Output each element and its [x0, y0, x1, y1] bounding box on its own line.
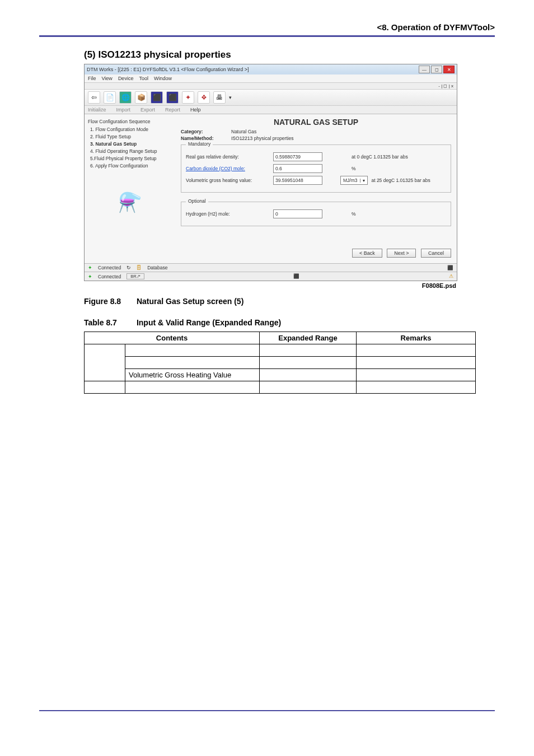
menu-window[interactable]: Window [154, 76, 172, 81]
h2-unit: % [352, 211, 356, 217]
figure-label: Figure 8.8 [84, 297, 134, 306]
tab-export[interactable]: Export [140, 107, 155, 113]
menu-tool[interactable]: Tool [139, 76, 148, 81]
cell-content [125, 357, 260, 369]
connected-icon: ✦ [88, 265, 92, 270]
category-value: Natural Gas [231, 129, 256, 134]
cell-remarks [357, 344, 476, 357]
step-5[interactable]: 5.Fluid Physical Property Setup [90, 156, 172, 161]
wizard-buttons: < Back Next > Cancel [181, 249, 451, 258]
cell-range [260, 381, 357, 394]
tool-icon-1[interactable]: ⬛ [151, 91, 163, 104]
step-3[interactable]: 3. Natural Gas Setup [90, 141, 172, 147]
status-mid-icon: ⬛ [293, 273, 299, 279]
status-bar-2: ✦ Connected BR./* ⬛ ⚠ [85, 272, 457, 281]
close-button[interactable]: ✕ [443, 66, 455, 73]
refresh-icon[interactable]: ↻ [127, 265, 131, 270]
box-icon[interactable]: 📦 [135, 91, 147, 104]
wizard-icon-1[interactable]: ✦ [182, 91, 194, 104]
wizard-main: NATURAL GAS SETUP Category: Natural Gas … [175, 114, 457, 263]
print-icon[interactable]: 🖶 [213, 91, 226, 104]
heating-unit-value: MJ/m3 [341, 178, 360, 183]
menu-bar: File View Device Tool Window [85, 74, 457, 82]
section-title: (5) ISO12213 physical properties [84, 49, 495, 60]
title-bar: DTM Works - [(225 : E1) DYFSoftDL V3.1 <… [85, 64, 457, 74]
table-caption: Table 8.7 Input & Valid Range (Expanded … [84, 318, 456, 327]
window-title: DTM Works - [(225 : E1) DYFSoftDL V3.1 <… [87, 67, 249, 72]
menu-file[interactable]: File [88, 76, 96, 81]
doc-icon[interactable]: 📄 [104, 91, 116, 104]
tab-import[interactable]: Import [116, 107, 131, 113]
density-input[interactable]: 0.59880739 [273, 152, 322, 161]
mdi-controls[interactable]: - | ◻ | x [85, 82, 457, 90]
table-row [85, 357, 476, 369]
cell-group [85, 344, 125, 381]
heating-input[interactable]: 39.59951048 [273, 176, 322, 185]
h2-input[interactable]: 0 [273, 209, 322, 218]
th-range: Expanded Range [260, 332, 357, 344]
menu-view[interactable]: View [102, 76, 113, 81]
warning-icon: ⚠ [449, 273, 453, 279]
cell-range [260, 357, 357, 369]
step-2[interactable]: 2. Fluid Type Setup [90, 134, 172, 139]
heating-label: Volumetric gross heating value: [186, 178, 270, 183]
table-label: Table 8.7 [84, 318, 134, 327]
tab-report[interactable]: Report [165, 107, 180, 113]
tab-initialize[interactable]: Initialize [88, 107, 106, 113]
cell-remarks [357, 357, 476, 369]
br-badge: BR./* [127, 273, 144, 279]
row-heating: Volumetric gross heating value: 39.59951… [186, 176, 446, 185]
co2-input[interactable]: 0.6 [273, 164, 322, 173]
back-icon[interactable]: ⇦ [88, 91, 100, 104]
max-button[interactable]: ◻ [431, 66, 442, 73]
step-1[interactable]: 1. Flow Configuration Mode [90, 127, 172, 132]
heating-condition: at 25 degC 1.01325 bar abs [371, 178, 430, 183]
range-table: Contents Expanded Range Remarks [84, 332, 476, 394]
wizard-title: NATURAL GAS SETUP [181, 118, 451, 127]
globe-icon[interactable]: 🌐 [119, 91, 132, 104]
optional-legend: Optional [186, 198, 208, 204]
back-button[interactable]: < Back [352, 249, 382, 258]
row-co2: Carbon dioxide (CO2) mole: 0.6 % [186, 164, 446, 173]
cell-range [260, 369, 357, 381]
chevron-down-icon: ▼ [360, 179, 368, 183]
density-label: Real gas relative density: [186, 154, 270, 160]
category-row: Category: Natural Gas [181, 129, 451, 134]
method-label: Name/Method: [181, 136, 231, 141]
h2-label: Hydrogen (H2) mole: [186, 211, 270, 217]
figure-caption: Figure 8.8 Natural Gas Setup screen (5) [84, 297, 456, 306]
step-6[interactable]: 6. Apply Flow Configuration [90, 163, 172, 169]
table-caption-text: Input & Valid Range (Expanded Range) [137, 318, 281, 327]
next-button[interactable]: Next > [387, 249, 416, 258]
database-text: Database [147, 265, 167, 270]
figure-caption-text: Natural Gas Setup screen (5) [137, 297, 243, 306]
wizard-icon-2[interactable]: ❖ [198, 91, 210, 104]
density-condition: at 0 degC 1.01325 bar abs [352, 154, 408, 160]
co2-unit: % [352, 166, 356, 171]
cell-group [85, 381, 125, 394]
table-row [85, 381, 476, 394]
connected-text-2: Connected [98, 274, 121, 279]
step-4[interactable]: 4. Fluid Operating Range Setup [90, 148, 172, 154]
cell-content-heating: Volumetric Gross Heating Value [125, 369, 260, 381]
row-density: Real gas relative density: 0.59880739 at… [186, 152, 446, 161]
database-icon: 🗄 [137, 265, 142, 270]
page-header: <8. Operation of DYFMVTool> [39, 22, 495, 37]
table-row: Volumetric Gross Heating Value [85, 369, 476, 381]
th-remarks: Remarks [357, 332, 476, 344]
figure-area: DTM Works - [(225 : E1) DYFSoftDL V3.1 <… [84, 64, 456, 394]
tab-help[interactable]: Help [190, 107, 201, 113]
table-row [85, 344, 476, 357]
toolbar-dropdown-icon[interactable]: ▾ [229, 95, 232, 100]
menu-device[interactable]: Device [118, 76, 134, 81]
connected-icon-2: ✦ [88, 274, 92, 279]
tool-icon-2[interactable]: ⬛ [166, 91, 179, 104]
status-right-icon: ⬛ [447, 265, 453, 270]
cancel-button[interactable]: Cancel [421, 249, 451, 258]
heating-unit-select[interactable]: MJ/m3 ▼ [340, 176, 368, 185]
mandatory-legend: Mandatory [186, 141, 213, 147]
min-button[interactable]: — [419, 66, 430, 73]
figure-file-id: F0808E.psd [84, 282, 456, 289]
toolbar: ⇦ 📄 🌐 📦 ⬛ ⬛ ✦ ❖ 🖶 ▾ [85, 90, 457, 106]
co2-label-link[interactable]: Carbon dioxide (CO2) mole: [186, 166, 270, 171]
